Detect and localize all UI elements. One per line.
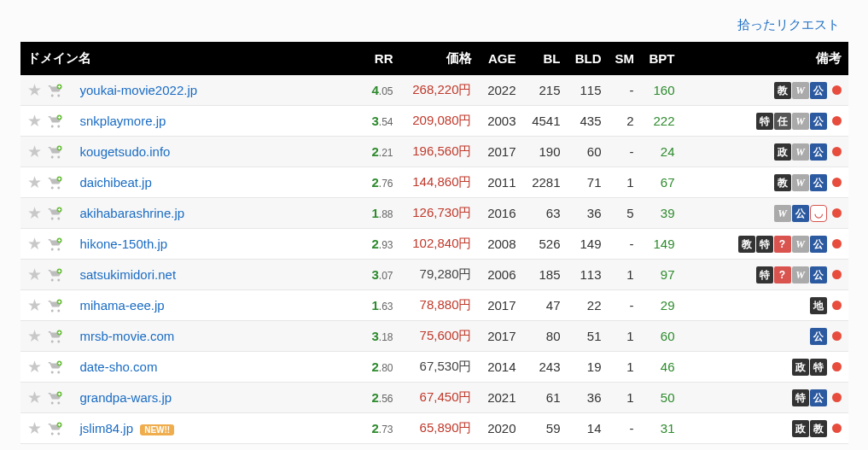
- domain-link[interactable]: jslim84.jp: [80, 421, 134, 435]
- domain-link[interactable]: youkai-movie2022.jp: [80, 83, 198, 97]
- domain-link[interactable]: mrsb-movie.com: [80, 329, 175, 343]
- bl-cell: 526: [523, 229, 568, 260]
- tag-pub-icon[interactable]: 公: [792, 205, 809, 222]
- tag-gov-icon[interactable]: 政: [792, 420, 809, 437]
- favorite-star-icon[interactable]: ★: [27, 295, 42, 315]
- th-bld[interactable]: BLD: [568, 42, 609, 75]
- tag-gov-icon[interactable]: 政: [774, 143, 791, 161]
- th-price[interactable]: 価格: [400, 42, 479, 75]
- tag-w-icon[interactable]: W: [792, 236, 809, 253]
- favorite-star-icon[interactable]: ★: [27, 203, 42, 223]
- tags-cell: 教特?W公: [682, 229, 848, 260]
- add-cart-icon[interactable]: [47, 298, 64, 313]
- favorite-star-icon[interactable]: ★: [27, 80, 42, 100]
- tag-gov-icon[interactable]: 政: [792, 359, 809, 376]
- domain-link[interactable]: hikone-150th.jp: [80, 237, 168, 251]
- add-cart-icon[interactable]: [47, 421, 64, 436]
- th-rr[interactable]: RR: [364, 42, 400, 75]
- th-domain[interactable]: ドメイン名: [20, 42, 364, 75]
- favorite-star-icon[interactable]: ★: [27, 418, 42, 438]
- th-bl[interactable]: BL: [523, 42, 568, 75]
- tag-sp-icon[interactable]: 特: [810, 359, 827, 376]
- status-dot-icon: [832, 424, 842, 433]
- tag-w-icon[interactable]: W: [792, 174, 809, 191]
- tag-pub-icon[interactable]: 公: [810, 389, 827, 406]
- favorite-star-icon[interactable]: ★: [27, 172, 42, 192]
- tag-edu-icon[interactable]: 教: [810, 420, 827, 437]
- rr-int: 2: [371, 421, 378, 435]
- tag-pub-icon[interactable]: 公: [810, 82, 827, 99]
- tag-edu-icon[interactable]: 教: [774, 82, 791, 99]
- add-cart-icon[interactable]: [47, 144, 64, 160]
- tag-sp-icon[interactable]: 特: [756, 266, 773, 283]
- tag-pub-icon[interactable]: 公: [810, 174, 827, 191]
- favorite-star-icon[interactable]: ★: [27, 234, 42, 254]
- domain-link[interactable]: kougetsudo.info: [80, 144, 171, 159]
- domain-link[interactable]: date-sho.com: [80, 359, 158, 374]
- rr-dec: .56: [379, 393, 393, 405]
- tag-w-icon[interactable]: W: [792, 143, 809, 161]
- add-cart-icon[interactable]: [47, 175, 64, 190]
- tags-cell: 政特: [682, 352, 848, 383]
- sm-cell: 2: [609, 106, 641, 137]
- tag-ap-icon[interactable]: 任: [774, 113, 791, 130]
- tag-pub-icon[interactable]: 公: [810, 143, 827, 161]
- favorite-star-icon[interactable]: ★: [27, 142, 42, 161]
- table-row: ★ youkai-movie2022.jp4.05268,220円2022215…: [20, 75, 848, 106]
- add-cart-icon[interactable]: [47, 359, 64, 375]
- price-cell: 196,560円: [400, 137, 479, 167]
- tag-sp-icon[interactable]: 特: [756, 113, 773, 130]
- status-dot-icon: [832, 331, 842, 341]
- add-cart-icon[interactable]: [47, 267, 64, 283]
- tag-sp-icon[interactable]: 特: [756, 236, 773, 253]
- th-notes[interactable]: 備考: [682, 42, 848, 75]
- tag-poc-icon[interactable]: ◡: [810, 205, 827, 222]
- age-cell: 2016: [479, 198, 523, 229]
- tag-pub-icon[interactable]: 公: [810, 328, 827, 345]
- domain-link[interactable]: grandpa-wars.jp: [80, 390, 172, 405]
- tag-edu-icon[interactable]: 教: [738, 236, 755, 253]
- tag-pub-icon[interactable]: 公: [810, 266, 827, 283]
- th-bpt[interactable]: BPT: [641, 42, 682, 75]
- th-sm[interactable]: SM: [609, 42, 641, 75]
- add-cart-icon[interactable]: [47, 237, 64, 252]
- add-cart-icon[interactable]: [47, 114, 64, 129]
- favorite-star-icon[interactable]: ★: [27, 111, 42, 131]
- status-dot-icon: [832, 178, 842, 187]
- tag-q-icon[interactable]: ?: [774, 266, 791, 283]
- tag-w-icon[interactable]: W: [774, 205, 791, 222]
- bl-cell: 2281: [523, 167, 568, 198]
- domain-link[interactable]: daichibeat.jp: [80, 175, 152, 190]
- price-cell: 75,600円: [400, 321, 479, 352]
- tag-q-icon[interactable]: ?: [774, 236, 791, 253]
- favorite-star-icon[interactable]: ★: [27, 388, 42, 407]
- favorite-star-icon[interactable]: ★: [27, 357, 42, 377]
- add-cart-icon[interactable]: [47, 329, 64, 344]
- favorite-star-icon[interactable]: ★: [27, 265, 42, 284]
- tag-w-icon[interactable]: W: [792, 113, 809, 130]
- tag-edu-icon[interactable]: 教: [774, 174, 791, 191]
- bld-cell: 36: [568, 198, 609, 229]
- rr-dec: .76: [379, 178, 393, 190]
- favorite-star-icon[interactable]: ★: [27, 326, 42, 346]
- tag-pub-icon[interactable]: 公: [810, 236, 827, 253]
- add-cart-icon[interactable]: [47, 390, 64, 406]
- tag-sp-icon[interactable]: 特: [792, 389, 809, 406]
- th-age[interactable]: AGE: [479, 42, 523, 75]
- bld-cell: 149: [568, 229, 609, 260]
- tag-w-icon[interactable]: W: [792, 266, 809, 283]
- new-badge: NEW!!: [140, 424, 174, 435]
- rr-int: 3: [371, 329, 378, 343]
- domain-link[interactable]: akihabarashrine.jp: [80, 206, 185, 220]
- add-cart-icon[interactable]: [47, 206, 64, 221]
- age-cell: 2022: [479, 75, 523, 106]
- bl-cell: 47: [523, 290, 568, 321]
- tag-w-icon[interactable]: W: [792, 82, 809, 99]
- domain-link[interactable]: mihama-eee.jp: [80, 298, 165, 313]
- tag-pub-icon[interactable]: 公: [810, 113, 827, 130]
- domain-link[interactable]: satsukimidori.net: [80, 267, 177, 282]
- domain-link[interactable]: snkplaymore.jp: [80, 114, 166, 128]
- add-cart-icon[interactable]: [47, 83, 64, 98]
- tag-lo-icon[interactable]: 地: [810, 297, 827, 314]
- top-link[interactable]: 拾ったリクエスト: [737, 17, 840, 32]
